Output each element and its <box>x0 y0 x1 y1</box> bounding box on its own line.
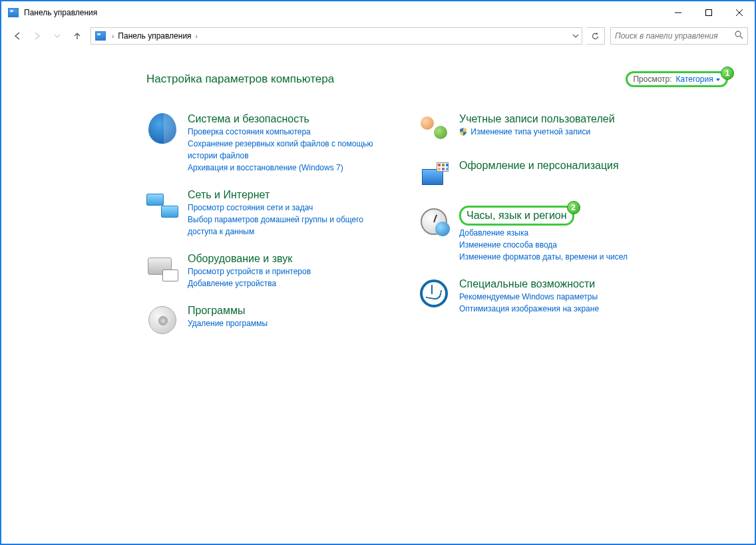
network-icon <box>146 188 178 220</box>
category-ease-of-access: Специальные возможности Рекомендуемые Wi… <box>418 277 651 315</box>
task-link[interactable]: Архивация и восстановление (Windows 7) <box>188 162 379 174</box>
address-dropdown[interactable] <box>570 33 582 39</box>
window-title: Панель управления <box>24 8 97 17</box>
task-link[interactable]: Добавление языка <box>459 227 651 239</box>
annotation-badge-2: 2 <box>567 201 580 214</box>
task-link[interactable]: Просмотр устройств и принтеров <box>188 266 379 277</box>
category-column-right: Учетные записи пользователей Изменение т… <box>418 112 651 351</box>
task-link[interactable]: Проверка состояния компьютера <box>188 126 379 138</box>
ease-of-access-icon <box>418 277 450 309</box>
up-button[interactable] <box>68 27 87 45</box>
minimize-button[interactable] <box>663 2 693 23</box>
category-personalization: Оформление и персонализация <box>418 159 651 191</box>
programs-icon <box>146 304 178 336</box>
refresh-button[interactable] <box>586 27 605 45</box>
category-link-clock-language[interactable]: Часы, язык и регион <box>467 209 567 222</box>
category-clock-language: Часы, язык и регион 2 Добавление языка И… <box>418 206 651 263</box>
forward-button[interactable] <box>28 27 47 45</box>
svg-point-4 <box>735 31 741 37</box>
task-link[interactable]: Сохранение резервных копий файлов с помо… <box>188 138 379 162</box>
category-network: Сеть и Интернет Просмотр состояния сети … <box>146 188 379 238</box>
category-link-network[interactable]: Сеть и Интернет <box>188 189 270 200</box>
back-button[interactable] <box>8 27 27 45</box>
content-area: Настройка параметров компьютера Просмотр… <box>146 71 728 351</box>
category-programs: Программы Удаление программы <box>146 304 379 336</box>
category-column-left: Система и безопасность Проверка состояни… <box>146 112 379 351</box>
task-link[interactable]: Удаление программы <box>188 317 379 329</box>
task-link[interactable]: Изменение типа учетной записи <box>459 126 651 138</box>
chevron-right-icon[interactable]: › <box>110 33 116 40</box>
control-panel-icon <box>8 8 19 17</box>
category-link-user-accounts[interactable]: Учетные записи пользователей <box>459 113 615 124</box>
search-icon <box>735 30 743 42</box>
search-box[interactable] <box>610 27 748 45</box>
close-button[interactable] <box>724 2 755 23</box>
users-icon <box>418 112 450 144</box>
task-link[interactable]: Изменение способа ввода <box>459 239 651 251</box>
chevron-right-icon[interactable]: › <box>194 33 200 40</box>
category-link-system-security[interactable]: Система и безопасность <box>188 113 309 124</box>
task-link[interactable]: Выбор параметров домашней группы и общег… <box>188 214 379 238</box>
svg-rect-1 <box>706 10 712 16</box>
address-bar[interactable]: › Панель управления › <box>91 27 582 45</box>
view-by-label: Просмотр: <box>633 75 671 84</box>
recent-dropdown[interactable] <box>48 27 67 45</box>
search-input[interactable] <box>615 31 731 41</box>
clock-region-icon <box>418 206 450 238</box>
title-bar: Панель управления <box>1 1 755 24</box>
annotation-badge-1: 1 <box>721 67 734 80</box>
page-title: Настройка параметров компьютера <box>146 73 334 86</box>
task-link[interactable]: Просмотр состояния сети и задач <box>188 202 379 214</box>
category-user-accounts: Учетные записи пользователей Изменение т… <box>418 112 651 144</box>
hardware-icon <box>146 252 178 284</box>
svg-line-5 <box>740 36 743 39</box>
task-link[interactable]: Добавление устройства <box>188 277 379 289</box>
shield-icon <box>146 112 178 144</box>
task-link[interactable]: Изменение форматов даты, времени и чисел <box>459 251 651 263</box>
view-by-dropdown[interactable]: Категория <box>676 75 721 84</box>
category-system-security: Система и безопасность Проверка состояни… <box>146 112 379 174</box>
breadcrumb[interactable]: Панель управления <box>116 31 193 41</box>
category-link-hardware[interactable]: Оборудование и звук <box>188 253 292 264</box>
category-link-ease-of-access[interactable]: Специальные возможности <box>459 278 595 289</box>
category-link-personalization[interactable]: Оформление и персонализация <box>459 160 619 171</box>
category-hardware: Оборудование и звук Просмотр устройств и… <box>146 252 379 289</box>
task-link[interactable]: Оптимизация изображения на экране <box>459 303 651 315</box>
category-link-programs[interactable]: Программы <box>188 305 245 316</box>
personalization-icon <box>418 159 450 191</box>
annotation-view-by: Просмотр: Категория 1 <box>626 71 728 87</box>
annotation-clock-language: Часы, язык и регион 2 <box>459 206 574 226</box>
uac-shield-icon <box>459 127 467 135</box>
maximize-button[interactable] <box>693 2 724 23</box>
navigation-toolbar: › Панель управления › <box>1 24 755 48</box>
control-panel-icon <box>95 31 106 41</box>
task-link[interactable]: Рекомендуемые Windows параметры <box>459 291 651 303</box>
